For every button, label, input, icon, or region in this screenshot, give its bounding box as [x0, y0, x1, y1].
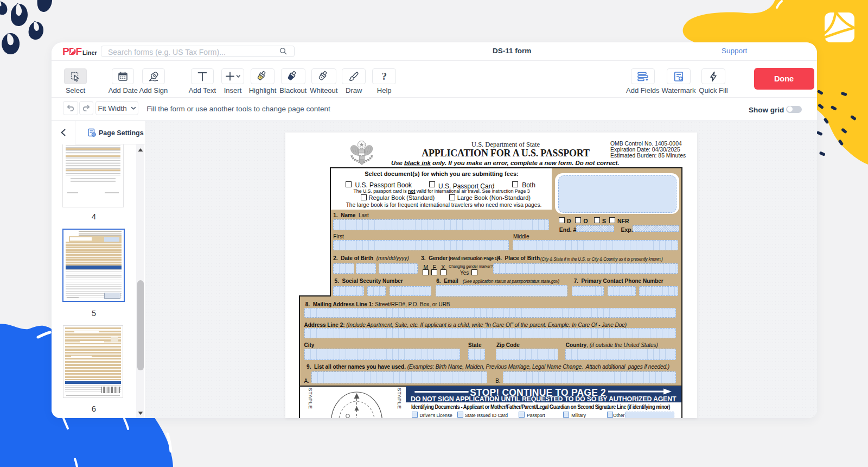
svg-text:Liner: Liner [82, 49, 98, 56]
